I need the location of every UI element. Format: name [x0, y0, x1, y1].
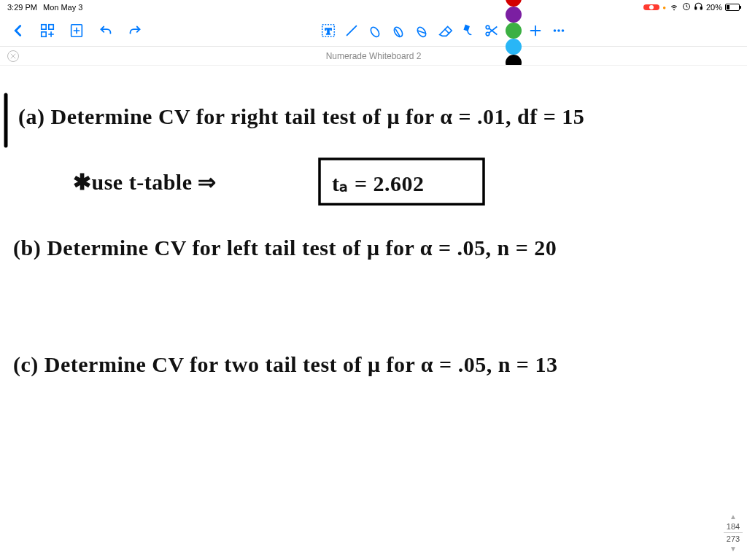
app-toolbar: T — [0, 15, 747, 47]
svg-point-21 — [554, 29, 557, 32]
title-bar: Numerade Whiteboard 2 — [0, 47, 747, 66]
svg-rect-3 — [42, 24, 46, 28]
more-button[interactable] — [549, 21, 568, 40]
toolbar-left — [9, 21, 144, 40]
handwriting-line-a: (a) Determine CV for right tail test of … — [18, 104, 584, 129]
document-title: Numerade Whiteboard 2 — [326, 51, 422, 61]
undo-button[interactable] — [96, 21, 115, 40]
color-swatch-0[interactable] — [506, 0, 522, 7]
lasso-tool-button[interactable] — [459, 21, 478, 40]
handwriting-line-a2-pre: ✱use t-table ⇒ — [73, 170, 217, 194]
status-left: 3:29 PM Mon May 3 — [7, 3, 82, 12]
close-button[interactable] — [7, 50, 19, 62]
svg-point-22 — [557, 29, 560, 32]
page-down-button[interactable]: ▼ — [729, 545, 737, 553]
text-tool-button[interactable]: T — [319, 21, 338, 40]
svg-point-10 — [369, 26, 381, 38]
handwriting-line-c: (c) Determine CV for two tail test of μ … — [13, 352, 557, 377]
eraser-tool-button[interactable] — [436, 21, 454, 40]
whiteboard-canvas[interactable]: (a) Determine CV for right tail test of … — [0, 66, 747, 560]
highlighter-tool-button[interactable] — [389, 21, 408, 40]
line-tool-button[interactable] — [342, 21, 361, 40]
color-swatch-2[interactable] — [506, 23, 522, 39]
add-tool-button[interactable] — [526, 21, 545, 40]
back-button[interactable] — [9, 21, 28, 40]
page-up-button[interactable]: ▲ — [729, 513, 737, 521]
svg-point-11 — [392, 26, 404, 38]
status-time: 3:29 PM — [7, 3, 37, 12]
svg-rect-5 — [42, 31, 46, 36]
handwriting-line-b: (b) Determine CV for left tail test of μ… — [13, 236, 557, 260]
svg-line-9 — [347, 26, 357, 35]
svg-point-15 — [486, 26, 489, 29]
scissors-tool-button[interactable] — [482, 21, 501, 40]
svg-point-23 — [562, 29, 565, 32]
color-swatch-1[interactable] — [506, 7, 522, 23]
page-total: 273 — [727, 534, 740, 543]
marker-tool-button[interactable] — [412, 21, 431, 40]
page-divider — [724, 532, 743, 533]
svg-text:T: T — [325, 26, 332, 36]
grid-add-button[interactable] — [38, 21, 57, 40]
handwriting-boxed-answer: tₐ = 2.602 — [332, 171, 425, 195]
page-current: 184 — [727, 522, 740, 531]
svg-rect-4 — [49, 24, 53, 28]
svg-point-16 — [486, 32, 489, 36]
status-date: Mon May 3 — [43, 3, 82, 12]
battery-icon — [725, 4, 740, 11]
redo-button[interactable] — [125, 21, 144, 40]
new-page-button[interactable] — [67, 21, 86, 40]
pen-tool-button[interactable] — [365, 21, 384, 40]
page-navigator: ▲ 184 273 ▼ — [724, 513, 743, 553]
